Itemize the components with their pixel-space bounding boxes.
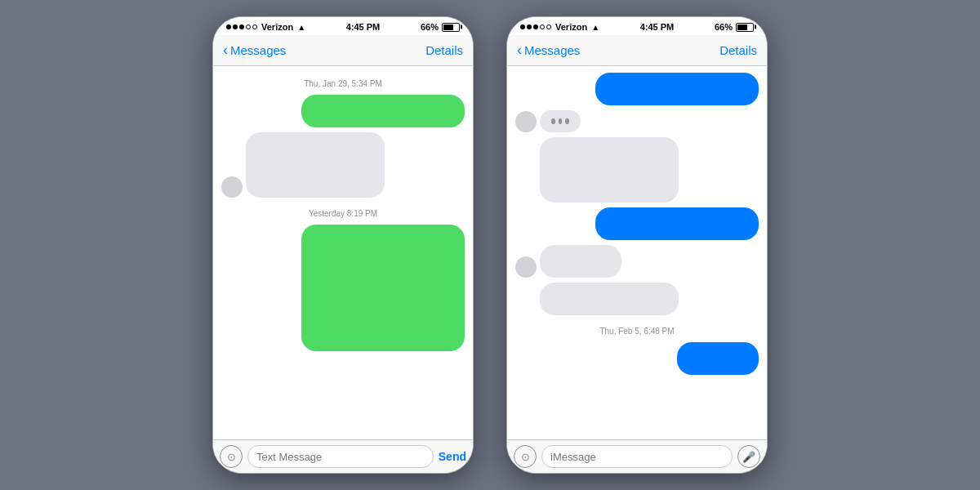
battery-pct-1: 66%: [421, 22, 439, 32]
sent-bubble-2b: [595, 207, 759, 240]
bubble-row-recv-2b: [515, 245, 759, 278]
back-arrow-icon-2: ‹: [517, 42, 522, 59]
status-right-2: 66%: [715, 22, 754, 32]
sent-bubble-2a: [595, 73, 759, 105]
back-label-2: Messages: [524, 43, 580, 57]
back-button-1[interactable]: ‹ Messages: [223, 42, 286, 59]
dot-4: [246, 24, 251, 29]
dot-5: [252, 24, 257, 29]
time-1: 4:45 PM: [346, 22, 381, 32]
camera-button-1[interactable]: ⊙: [220, 445, 243, 468]
back-label-1: Messages: [230, 43, 286, 57]
battery-pct-2: 66%: [715, 22, 733, 32]
bubble-row-sent-1a: [221, 95, 465, 127]
details-button-2[interactable]: Details: [719, 43, 757, 57]
sent-bubble-1a: [301, 95, 465, 127]
timestamp-1: Thu, Jan 29, 5:34 PM: [221, 79, 465, 88]
carrier-1: Verizon: [261, 22, 293, 32]
recv-bubble-1a: [246, 132, 385, 198]
camera-icon-2: ⊙: [521, 451, 530, 463]
details-button-1[interactable]: Details: [425, 43, 463, 57]
recv-bubble-2b: [540, 245, 621, 278]
mic-button-2[interactable]: 🎤: [737, 445, 760, 468]
battery-fill-1: [443, 24, 453, 30]
status-left-1: Verizon ▲: [226, 22, 305, 32]
dot-8: [533, 24, 538, 29]
camera-button-2[interactable]: ⊙: [514, 445, 537, 468]
typing-dot-3: [565, 118, 569, 124]
bubble-row-sent-1b: [221, 225, 465, 351]
phone-1: Verizon ▲ 4:45 PM 66% ‹ Messages Details…: [212, 16, 474, 474]
recv-bubble-2a: [540, 137, 679, 203]
avatar-1a: [221, 176, 243, 198]
bubble-row-recv-typing: [515, 110, 759, 132]
timestamp-2: Yesterday 8:19 PM: [221, 209, 465, 218]
battery-fill-2: [737, 24, 747, 30]
timestamp-3: Thu, Feb 5, 6:48 PM: [515, 327, 759, 336]
dot-6: [520, 24, 525, 29]
phone-2: Verizon ▲ 4:45 PM 66% ‹ Messages Details: [506, 16, 768, 474]
messages-area-2: Thu, Feb 5, 6:48 PM: [507, 66, 767, 439]
status-bar-2: Verizon ▲ 4:45 PM 66%: [507, 17, 767, 35]
dot-1: [226, 24, 231, 29]
back-arrow-icon-1: ‹: [223, 42, 228, 59]
input-area-1: ⊙ Send: [213, 439, 473, 473]
wifi-icon-2: ▲: [591, 23, 599, 32]
typing-dot-1: [551, 118, 555, 124]
time-2: 4:45 PM: [640, 22, 675, 32]
message-input-1[interactable]: [247, 445, 434, 468]
avatar-2c: [515, 294, 537, 315]
dot-7: [527, 24, 532, 29]
dot-10: [546, 24, 551, 29]
bubble-row-sent-2c: [515, 342, 759, 375]
messages-area-1: Thu, Jan 29, 5:34 PM Yesterday 8:19 PM: [213, 66, 473, 439]
send-button-1[interactable]: Send: [439, 450, 466, 463]
bubble-row-recv-2a: [515, 137, 759, 203]
avatar-2b: [515, 256, 537, 278]
avatar-2-typing: [515, 111, 537, 132]
dot-3: [239, 24, 244, 29]
camera-icon-1: ⊙: [227, 451, 236, 463]
status-left-2: Verizon ▲: [520, 22, 599, 32]
carrier-2: Verizon: [555, 22, 587, 32]
signal-dots-2: [520, 24, 551, 29]
nav-bar-2: ‹ Messages Details: [507, 35, 767, 66]
sent-bubble-2c: [677, 342, 759, 375]
recv-bubble-2c: [540, 283, 679, 315]
typing-dot-2: [559, 118, 563, 124]
status-bar-1: Verizon ▲ 4:45 PM 66%: [213, 17, 473, 35]
mic-icon-2: 🎤: [742, 451, 755, 463]
input-area-2: ⊙ 🎤: [507, 439, 767, 473]
message-input-2[interactable]: [541, 445, 733, 468]
bubble-row-recv-2c: [515, 283, 759, 315]
bubble-row-sent-2a: [515, 73, 759, 105]
status-right-1: 66%: [421, 22, 460, 32]
bubble-row-sent-2b: [515, 207, 759, 240]
sent-bubble-1b: [301, 225, 465, 351]
typing-indicator: [540, 110, 581, 132]
avatar-2a: [515, 181, 537, 203]
signal-dots-1: [226, 24, 257, 29]
battery-icon-2: [736, 23, 754, 32]
wifi-icon-1: ▲: [297, 23, 305, 32]
dot-2: [233, 24, 238, 29]
nav-bar-1: ‹ Messages Details: [213, 35, 473, 66]
dot-9: [540, 24, 545, 29]
battery-icon-1: [442, 23, 460, 32]
bubble-row-recv-1a: [221, 132, 465, 198]
back-button-2[interactable]: ‹ Messages: [517, 42, 580, 59]
